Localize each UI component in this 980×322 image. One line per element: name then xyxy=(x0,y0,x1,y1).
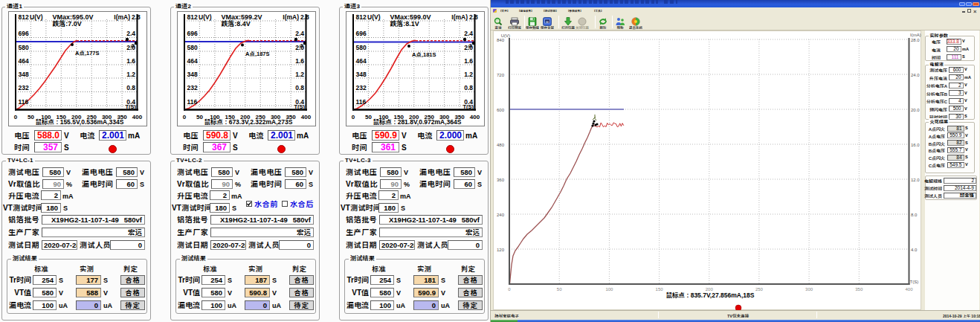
svg-text:696: 696 xyxy=(187,30,198,37)
svg-text:480: 480 xyxy=(497,143,505,147)
svg-text:300: 300 xyxy=(805,287,813,292)
svg-text:8.0: 8.0 xyxy=(911,213,918,217)
svg-text:0.8: 0.8 xyxy=(295,84,304,91)
svg-text:2.4: 2.4 xyxy=(126,30,135,37)
svg-text:50: 50 xyxy=(365,114,372,120)
svg-text:鼠标点 : 835.7V,27.856mA,18S: 鼠标点 : 835.7V,27.856mA,18S xyxy=(666,292,755,299)
svg-text:350: 350 xyxy=(855,287,863,292)
svg-text:T(S): T(S) xyxy=(462,103,474,110)
svg-text:A点,177S: A点,177S xyxy=(75,50,100,57)
svg-text:240: 240 xyxy=(497,213,505,217)
svg-text:464: 464 xyxy=(187,57,198,65)
svg-text:鼠标点 : 155.5V,0.536mA,334S: 鼠标点 : 155.5V,0.536mA,334S xyxy=(36,118,124,126)
svg-text:50: 50 xyxy=(196,114,203,120)
svg-text:400: 400 xyxy=(132,114,143,120)
svg-text:跌落:7.0V: 跌落:7.0V xyxy=(52,20,82,28)
svg-text:1.6: 1.6 xyxy=(295,57,304,65)
svg-text:W: W xyxy=(546,20,549,24)
svg-text:1.2: 1.2 xyxy=(464,71,473,78)
svg-text:580: 580 xyxy=(356,44,367,51)
svg-text:U(V): U(V) xyxy=(30,13,43,21)
svg-text:400: 400 xyxy=(470,114,480,120)
svg-text:2.4: 2.4 xyxy=(295,30,304,37)
svg-text:1.2: 1.2 xyxy=(295,71,304,78)
svg-text:348: 348 xyxy=(187,71,198,78)
svg-text:I(mA): I(mA) xyxy=(451,13,468,21)
svg-text:116: 116 xyxy=(356,98,367,106)
svg-text:2.8: 2.8 xyxy=(300,13,309,21)
svg-text:2.4: 2.4 xyxy=(464,30,473,37)
svg-text:24.0: 24.0 xyxy=(911,73,920,77)
svg-text:120: 120 xyxy=(497,248,505,252)
svg-text:600: 600 xyxy=(497,108,505,112)
svg-text:点: 点 xyxy=(299,43,304,48)
svg-text:116: 116 xyxy=(19,98,29,106)
svg-text:50: 50 xyxy=(28,114,34,120)
svg-text:580: 580 xyxy=(19,44,29,51)
svg-text:跌落:8.4V: 跌落:8.4V xyxy=(221,20,251,28)
svg-text:1.2: 1.2 xyxy=(126,71,135,78)
svg-text:348: 348 xyxy=(19,71,29,78)
svg-text:点: 点 xyxy=(468,43,473,48)
svg-text:20.0: 20.0 xyxy=(911,108,920,112)
svg-text:696: 696 xyxy=(19,30,29,37)
svg-text:812: 812 xyxy=(356,13,367,21)
svg-text:T(S): T(S) xyxy=(910,280,919,284)
svg-text:812: 812 xyxy=(187,13,198,21)
svg-text:鼠标点 : 281.8V,0.972mA,364S: 鼠标点 : 281.8V,0.972mA,364S xyxy=(373,118,462,126)
svg-text:2.8: 2.8 xyxy=(132,13,141,21)
svg-text:696: 696 xyxy=(356,30,367,37)
svg-text:150: 150 xyxy=(656,287,664,292)
svg-text:2.8: 2.8 xyxy=(469,13,478,21)
svg-text:50: 50 xyxy=(557,287,562,292)
svg-text:232: 232 xyxy=(356,84,367,91)
svg-text:0: 0 xyxy=(183,114,187,120)
svg-text:A点,181S: A点,181S xyxy=(412,51,436,58)
svg-text:0: 0 xyxy=(508,287,511,292)
svg-text:4.0: 4.0 xyxy=(911,248,918,252)
svg-text:720: 720 xyxy=(497,73,505,77)
svg-text:I(mA): I(mA) xyxy=(114,13,130,21)
svg-text:1.6: 1.6 xyxy=(126,57,135,65)
svg-text:U(V): U(V) xyxy=(199,13,212,21)
svg-text:400: 400 xyxy=(905,287,913,292)
svg-text:点: 点 xyxy=(130,43,135,48)
svg-text:1.6: 1.6 xyxy=(464,57,473,65)
svg-text:鼠标点 : 673.3V,2.322mA,273S: 鼠标点 : 673.3V,2.322mA,273S xyxy=(204,118,293,126)
svg-text:跌落:8.1V: 跌落:8.1V xyxy=(390,20,419,28)
svg-text:I(mA): I(mA) xyxy=(910,33,921,37)
svg-text:232: 232 xyxy=(19,84,29,91)
svg-text:840: 840 xyxy=(497,38,505,42)
svg-text:T(S): T(S) xyxy=(125,103,136,110)
svg-text:116: 116 xyxy=(187,98,198,106)
svg-text:0: 0 xyxy=(352,114,355,120)
svg-text:232: 232 xyxy=(187,84,198,91)
svg-text:0.8: 0.8 xyxy=(126,84,135,91)
svg-text:464: 464 xyxy=(19,57,29,65)
svg-text:580: 580 xyxy=(187,44,198,51)
svg-text:0: 0 xyxy=(14,114,18,120)
svg-text:100: 100 xyxy=(605,287,613,292)
svg-text:348: 348 xyxy=(356,71,367,78)
svg-text:U(V): U(V) xyxy=(367,13,381,21)
svg-text:0.8: 0.8 xyxy=(464,84,473,91)
svg-text:A点,187S: A点,187S xyxy=(245,51,270,57)
svg-text:464: 464 xyxy=(356,57,367,65)
svg-text:250: 250 xyxy=(755,287,764,292)
svg-text:360: 360 xyxy=(497,178,505,182)
svg-text:400: 400 xyxy=(301,114,312,120)
svg-text:812: 812 xyxy=(19,13,29,21)
svg-text:I(mA): I(mA) xyxy=(283,13,299,21)
svg-text:T(S): T(S) xyxy=(294,103,305,110)
